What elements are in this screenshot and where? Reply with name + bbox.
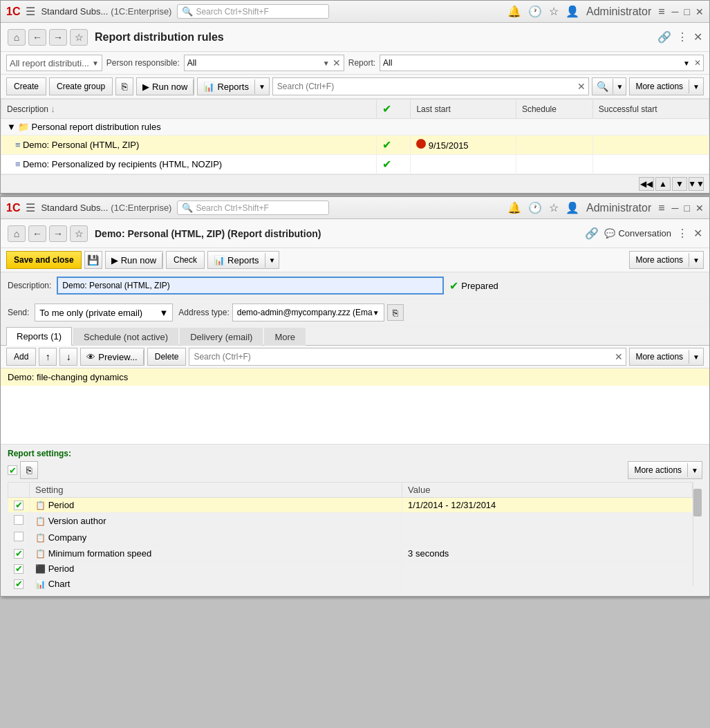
bell-icon-1[interactable]: 🔔 — [507, 5, 521, 18]
description-input[interactable] — [57, 277, 444, 295]
global-search-1[interactable]: 🔍 Search Ctrl+Shift+F — [177, 4, 329, 19]
more-actions-arrow-1[interactable]: ▼ — [689, 81, 703, 93]
settings-icon-2[interactable]: ≡ — [658, 202, 664, 214]
more-icon-1[interactable]: ⋮ — [677, 30, 688, 44]
reports-split-btn-1[interactable]: 📊 Reports ▼ — [197, 77, 269, 95]
search-arrow-1[interactable]: ▼ — [613, 81, 626, 93]
create-group-btn[interactable]: Create group — [49, 77, 113, 95]
home-btn-2[interactable]: ⌂ — [8, 225, 26, 242]
settings-row[interactable]: ✔ 📋 Minimum formation speed 3 seconds — [8, 546, 693, 561]
search-btn-1[interactable]: 🔍 ▼ — [592, 77, 626, 95]
settings-scrollbar[interactable] — [693, 482, 702, 586]
forward-btn-1[interactable]: → — [49, 29, 67, 46]
report-item[interactable]: Demo: file-changing dynamics — [1, 368, 709, 386]
pag-down-1[interactable]: ▼ — [672, 177, 687, 191]
more-icon-2[interactable]: ⋮ — [677, 227, 688, 240]
settings-title[interactable]: Report settings: — [8, 449, 702, 458]
home-btn-1[interactable]: ⌂ — [8, 29, 26, 46]
close-panel-1[interactable]: ✕ — [693, 30, 702, 44]
row-chk-3[interactable] — [8, 530, 30, 546]
close-panel-2[interactable]: ✕ — [693, 227, 702, 240]
forward-btn-2[interactable]: → — [49, 225, 67, 242]
row-chk-4[interactable]: ✔ — [8, 546, 30, 561]
link-icon-2[interactable]: 🔗 — [585, 227, 599, 240]
pag-first-1[interactable]: ◀◀ — [639, 177, 654, 191]
add-btn[interactable]: Add — [6, 348, 36, 366]
menu-icon-2[interactable]: ☰ — [26, 201, 35, 214]
minimize-btn-2[interactable]: ─ — [672, 203, 679, 214]
maximize-btn-1[interactable]: □ — [684, 6, 690, 17]
settings-row[interactable]: 📋 Version author — [8, 513, 693, 530]
settings-more-actions-btn[interactable]: More actions ▼ — [628, 461, 702, 479]
maximize-btn-2[interactable]: □ — [684, 203, 690, 214]
group-expand-icon[interactable]: ▼ — [7, 122, 16, 132]
person-clear-btn[interactable]: ✕ — [330, 57, 344, 68]
inner-more-actions-btn[interactable]: More actions ▼ — [629, 348, 704, 366]
table-group-row[interactable]: ▼ 📁 Personal report distribution rules — [1, 119, 709, 136]
user-icon-2[interactable]: 👤 — [566, 201, 579, 214]
star-btn-1[interactable]: ☆ — [70, 29, 88, 46]
report-filter-clear[interactable]: ✕ — [692, 58, 703, 68]
settings-more-arrow[interactable]: ▼ — [688, 465, 702, 476]
preview-split-btn[interactable]: 👁 Preview... — [80, 348, 144, 366]
report-dist-filter[interactable]: All report distributi... ▼ — [6, 55, 102, 71]
more-actions-split-btn-2[interactable]: More actions ▼ — [629, 251, 704, 269]
report-filter-field[interactable] — [380, 57, 681, 69]
row-checkbox-4[interactable]: ✔ — [14, 549, 24, 559]
star-btn-2[interactable]: ☆ — [70, 225, 88, 242]
copy-address-btn[interactable]: ⎘ — [387, 304, 404, 321]
reports-arrow-1[interactable]: ▼ — [255, 81, 269, 93]
back-btn-2[interactable]: ← — [28, 225, 46, 242]
search-clear-1[interactable]: ✕ — [574, 81, 588, 92]
search-clear-2[interactable]: ✕ — [612, 351, 626, 362]
save-close-btn[interactable]: Save and close — [6, 251, 82, 269]
star-icon-1[interactable]: ☆ — [549, 5, 559, 18]
tab-reports[interactable]: Reports (1) — [6, 327, 72, 346]
settings-copy-btn[interactable]: ⎘ — [20, 461, 38, 479]
more-actions-split-btn-1[interactable]: More actions ▼ — [629, 77, 704, 95]
link-icon-1[interactable]: 🔗 — [657, 30, 671, 44]
row-checkbox-2[interactable] — [14, 515, 24, 525]
run-now-split-btn[interactable]: ▶ Run now — [136, 77, 194, 95]
move-down-btn[interactable]: ↓ — [59, 348, 77, 366]
table-row[interactable]: ≡ Demo: Personalized by recipients (HTML… — [1, 155, 709, 174]
save-icon-btn[interactable]: 💾 — [84, 251, 102, 269]
reports-arrow-2[interactable]: ▼ — [265, 254, 279, 266]
row-checkbox-3[interactable] — [14, 532, 24, 541]
move-up-btn[interactable]: ↑ — [39, 348, 57, 366]
tab-schedule[interactable]: Schedule (not active) — [73, 328, 178, 346]
reports-split-btn-2[interactable]: 📊 Reports ▼ — [207, 251, 279, 269]
minimize-btn-1[interactable]: ─ — [672, 6, 679, 17]
conversation-btn[interactable]: 💬 Conversation — [604, 228, 671, 239]
bell-icon-2[interactable]: 🔔 — [507, 201, 521, 214]
table-search-input-2[interactable] — [189, 351, 612, 363]
pag-up-1[interactable]: ▲ — [655, 177, 671, 191]
tab-delivery[interactable]: Delivery (email) — [180, 328, 263, 346]
settings-row[interactable]: ✔ 📊 Chart — [8, 577, 693, 592]
tab-more[interactable]: More — [264, 328, 306, 346]
copy-btn-1[interactable]: ⎘ — [115, 77, 133, 95]
menu-icon-1[interactable]: ☰ — [26, 5, 35, 18]
row-checkbox-5[interactable]: ✔ — [14, 564, 24, 574]
table-search-input-1[interactable] — [273, 80, 575, 93]
create-btn[interactable]: Create — [6, 77, 46, 95]
person-filter-field[interactable] — [185, 57, 323, 69]
delete-btn[interactable]: Delete — [147, 348, 187, 366]
row-chk-6[interactable]: ✔ — [8, 577, 30, 592]
close-btn-2[interactable]: ✕ — [695, 203, 704, 214]
history-icon-1[interactable]: 🕐 — [528, 5, 542, 18]
check-btn[interactable]: Check — [166, 251, 205, 269]
report-filter-input[interactable]: ▼ ✕ — [380, 55, 704, 71]
settings-row[interactable]: 📋 Company — [8, 530, 693, 546]
send-select[interactable]: To me only (private email) ▼ — [35, 304, 173, 321]
row-checkbox-1[interactable]: ✔ — [14, 501, 24, 510]
user-icon-1[interactable]: 👤 — [566, 5, 579, 18]
row-checkbox-6[interactable]: ✔ — [14, 579, 24, 589]
pag-last-1[interactable]: ▼▼ — [689, 177, 704, 191]
row-chk-5[interactable]: ✔ — [8, 561, 30, 577]
settings-icon-1[interactable]: ≡ — [658, 6, 664, 18]
row-chk-2[interactable] — [8, 513, 30, 530]
inner-more-actions-arrow[interactable]: ▼ — [689, 351, 703, 363]
history-icon-2[interactable]: 🕐 — [528, 201, 542, 214]
person-filter-input[interactable]: ▼ ✕ — [184, 55, 344, 71]
